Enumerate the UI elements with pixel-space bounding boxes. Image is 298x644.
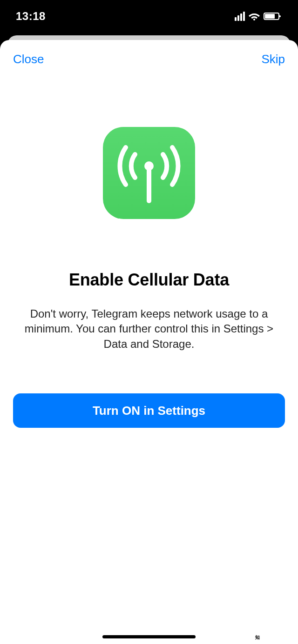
sheet-content: Enable Cellular Data Don't worry, Telegr… xyxy=(0,66,298,644)
turn-on-in-settings-button[interactable]: Turn ON in Settings xyxy=(13,393,285,428)
wifi-icon xyxy=(249,12,260,20)
cellular-signal-icon xyxy=(235,12,245,21)
zhihu-logo-icon: 知 xyxy=(254,634,261,641)
page-title: Enable Cellular Data xyxy=(69,270,229,290)
close-button[interactable]: Close xyxy=(13,52,44,66)
watermark-text: @zxc8711 xyxy=(263,634,293,641)
home-indicator[interactable] xyxy=(102,635,196,638)
svg-rect-2 xyxy=(147,166,151,203)
status-time: 13:18 xyxy=(16,10,46,23)
modal-sheet: Close Skip Enable Cellular Data Don't wo… xyxy=(0,40,298,644)
watermark: 知 @zxc8711 xyxy=(254,634,293,641)
page-description: Don't worry, Telegram keeps network usag… xyxy=(19,306,279,352)
svg-point-0 xyxy=(253,19,255,20)
status-bar: 13:18 xyxy=(0,0,298,33)
battery-icon xyxy=(264,13,279,20)
cellular-antenna-icon xyxy=(103,127,195,219)
sheet-header: Close Skip xyxy=(0,40,298,66)
skip-button[interactable]: Skip xyxy=(261,52,285,66)
status-indicators xyxy=(235,12,279,21)
